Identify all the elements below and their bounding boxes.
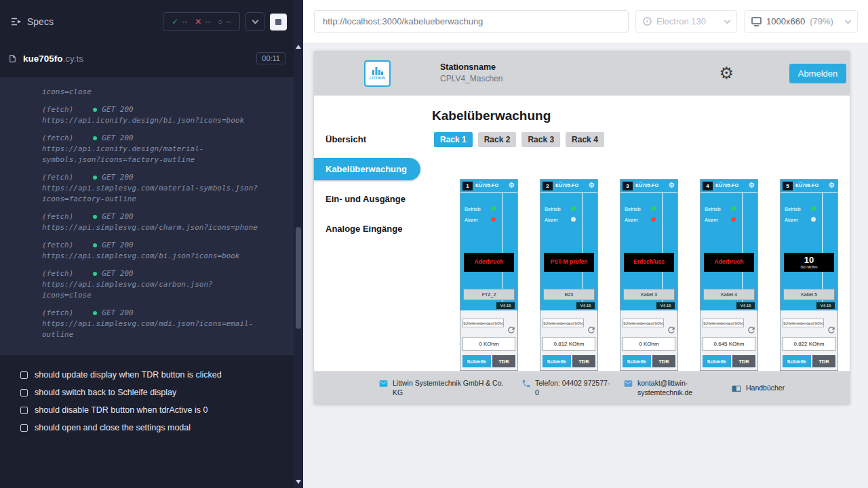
- refresh-icon[interactable]: [747, 325, 756, 335]
- test-title: should switch back to Schleife display: [35, 388, 176, 397]
- fetch-label: (fetch): [42, 308, 73, 319]
- card-settings-icon[interactable]: ⚙: [508, 182, 515, 189]
- log-entry[interactable]: icons=close: [42, 87, 284, 98]
- sidebar-item-ein-und-ausgaenge[interactable]: Ein- und Ausgänge: [314, 188, 420, 210]
- app-viewport: LITTWIN Stationsname CPLV4_Maschen ⚙ Abm…: [314, 51, 850, 404]
- cypress-panel: Specs ✓-- ✕-- ○-- kue705fo.cy.ts 00:11 i…: [0, 0, 303, 488]
- specs-button[interactable]: Specs: [11, 16, 54, 27]
- log-entry[interactable]: (fetch)GET 200 https://api.simplesvg.com…: [42, 308, 284, 340]
- schleife-button[interactable]: Schleife: [542, 355, 571, 367]
- tdr-button[interactable]: TDR: [812, 355, 835, 367]
- tab-rack-3[interactable]: Rack 3: [521, 132, 560, 147]
- refresh-icon[interactable]: [667, 325, 676, 335]
- main-content: Kabelüberwachung Rack 1 Rack 2 Rack 3 Ra…: [420, 96, 850, 371]
- betrieb-indicator: [731, 206, 736, 211]
- schleife-button[interactable]: Schleife: [623, 355, 651, 367]
- http-status: GET 200: [102, 172, 133, 183]
- sidebar-item-uebersicht[interactable]: Übersicht: [314, 128, 420, 150]
- card-settings-icon[interactable]: ⚙: [828, 182, 835, 189]
- station-label: Stationsname: [440, 61, 503, 73]
- test-item[interactable]: should switch back to Schleife display: [0, 384, 294, 401]
- log-entry[interactable]: (fetch)GET 200 https://api.simplesvg.com…: [42, 240, 284, 262]
- status-display: Aderbruch: [464, 253, 514, 272]
- app-footer: Littwin Systemtechnik GmbH & Co. KG Tele…: [314, 371, 850, 404]
- file-icon: [8, 54, 17, 64]
- card-number-badge: 4: [703, 182, 713, 190]
- measurement-label: Schleifenwiderstand [kOhm]: [542, 319, 584, 327]
- spec-extension: .cy.ts: [63, 54, 84, 64]
- specs-label: Specs: [27, 16, 54, 27]
- footer-company[interactable]: Littwin Systemtechnik GmbH & Co. KG: [378, 379, 509, 397]
- footer-email[interactable]: kontakt@littwin-systemtechnik.de: [623, 379, 719, 397]
- fetch-label: (fetch): [42, 104, 73, 115]
- schleife-button[interactable]: Schleife: [462, 355, 491, 367]
- chevron-down-icon: [724, 17, 731, 24]
- browser-selector[interactable]: Electron 130: [635, 10, 737, 33]
- tdr-button[interactable]: TDR: [492, 355, 515, 367]
- alarm-label: Alarm: [465, 217, 478, 223]
- settings-gear-icon[interactable]: ⚙: [719, 65, 734, 81]
- scroll-up-icon[interactable]: [296, 45, 301, 49]
- measurement-section: Schleifenwiderstand [kOhm] 0 KOhm Schlei…: [460, 310, 517, 370]
- collapse-button[interactable]: [245, 12, 264, 31]
- scrollbar[interactable]: [294, 0, 303, 488]
- stat-passed: ✓--: [172, 17, 187, 26]
- device-card-2: 2 KÜ705-FO ⚙ Betrieb Alarm PST-M prüfen …: [540, 179, 598, 371]
- sidebar-item-kabelueberwachung[interactable]: Kabelüberwachung: [314, 158, 420, 180]
- status-dot-icon: [93, 136, 97, 140]
- firmware-version: V4.19: [656, 302, 675, 309]
- alarm-indicator: [651, 217, 656, 222]
- test-item[interactable]: should open and close the settings modal: [0, 419, 294, 436]
- tab-rack-2[interactable]: Rack 2: [478, 132, 517, 147]
- scrollbar-thumb[interactable]: [296, 227, 301, 329]
- betrieb-label: Betrieb: [465, 206, 481, 212]
- alarm-indicator: [811, 217, 816, 222]
- tdr-button[interactable]: TDR: [652, 355, 675, 367]
- log-entry[interactable]: (fetch)GET 200 https://api.iconify.desig…: [42, 104, 284, 126]
- divider: [781, 192, 837, 193]
- alarm-indicator: [491, 217, 496, 222]
- measurement-section: Schleifenwiderstand [kOhm] 0 KOhm Schlei…: [620, 310, 677, 370]
- test-item[interactable]: should update display when TDR button is…: [0, 366, 294, 384]
- card-settings-icon[interactable]: ⚙: [588, 182, 595, 189]
- littwin-logo-text: LITTWIN: [370, 76, 385, 80]
- url-input[interactable]: [314, 10, 629, 33]
- tdr-button[interactable]: TDR: [732, 355, 755, 367]
- scroll-down-icon[interactable]: [296, 480, 301, 484]
- test-stats: ✓-- ✕-- ○--: [163, 12, 240, 31]
- refresh-icon[interactable]: [587, 325, 596, 335]
- stop-button[interactable]: [270, 14, 287, 30]
- schleife-button[interactable]: Schleife: [783, 355, 811, 367]
- footer-manuals[interactable]: Handbücher: [731, 384, 785, 393]
- test-box-icon: [20, 389, 28, 396]
- measurement-value: 0.812 KOhm: [542, 337, 595, 351]
- footer-phone[interactable]: Telefon: 04402 972577-0: [521, 379, 611, 397]
- log-entry[interactable]: (fetch)GET 200 https://api.simplesvg.com…: [42, 268, 284, 301]
- status-dot-icon: [93, 108, 97, 112]
- log-entry[interactable]: (fetch)GET 200 https://api.simplesvg.com…: [42, 211, 284, 233]
- refresh-icon[interactable]: [827, 325, 836, 335]
- card-model-label: KÜ705-FO: [635, 183, 658, 188]
- log-entry[interactable]: (fetch)GET 200 https://api.iconify.desig…: [42, 133, 284, 165]
- browser-panel: Electron 130 1000x660 (79%) LITTWIN Stat…: [303, 0, 868, 488]
- viewport-selector[interactable]: 1000x660 (79%): [744, 10, 858, 33]
- log-entry[interactable]: (fetch)GET 200 https://api.simplesvg.com…: [42, 172, 284, 205]
- card-settings-icon[interactable]: ⚙: [748, 182, 755, 189]
- measurement-value: 0.822 KOhm: [783, 337, 835, 351]
- refresh-icon[interactable]: [507, 325, 516, 335]
- spec-file-row[interactable]: kue705fo.cy.ts 00:11: [8, 46, 285, 70]
- logout-button[interactable]: Abmelden: [789, 64, 846, 83]
- tab-rack-1[interactable]: Rack 1: [434, 132, 473, 147]
- tab-rack-4[interactable]: Rack 4: [566, 132, 604, 147]
- tdr-button[interactable]: TDR: [572, 355, 595, 367]
- status-dot-icon: [93, 311, 97, 315]
- card-settings-icon[interactable]: ⚙: [668, 182, 675, 189]
- sidebar-item-analoge-eingaenge[interactable]: Analoge Eingänge: [314, 218, 420, 240]
- schleife-button[interactable]: Schleife: [703, 355, 731, 367]
- test-box-icon: [20, 424, 28, 432]
- betrieb-label: Betrieb: [545, 206, 561, 212]
- station-info: Stationsname CPLV4_Maschen: [440, 61, 503, 85]
- status-dot-icon: [93, 243, 97, 247]
- test-list: should update display when TDR button is…: [0, 366, 294, 436]
- test-item[interactable]: should disable TDR button when tdrActive…: [0, 401, 294, 419]
